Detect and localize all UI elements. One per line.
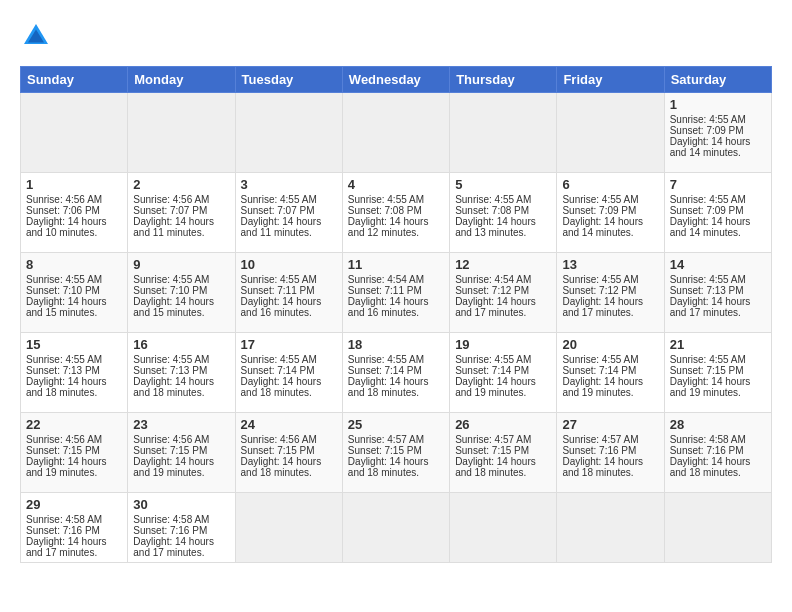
sunset-text: Sunset: 7:11 PM: [348, 285, 422, 296]
calendar-cell: 8 Sunrise: 4:55 AM Sunset: 7:10 PM Dayli…: [21, 253, 128, 333]
calendar-week-4: 15 Sunrise: 4:55 AM Sunset: 7:13 PM Dayl…: [21, 333, 772, 413]
sunrise-text: Sunrise: 4:55 AM: [670, 114, 746, 125]
sunset-text: Sunset: 7:15 PM: [670, 365, 744, 376]
sunset-text: Sunset: 7:14 PM: [562, 365, 636, 376]
sunrise-text: Sunrise: 4:56 AM: [26, 434, 102, 445]
daylight-text: Daylight: 14 hours and 17 minutes.: [26, 536, 107, 558]
calendar-cell: 12 Sunrise: 4:54 AM Sunset: 7:12 PM Dayl…: [450, 253, 557, 333]
sunrise-text: Sunrise: 4:58 AM: [26, 514, 102, 525]
calendar-cell: 28 Sunrise: 4:58 AM Sunset: 7:16 PM Dayl…: [664, 413, 771, 493]
calendar-cell: 25 Sunrise: 4:57 AM Sunset: 7:15 PM Dayl…: [342, 413, 449, 493]
day-number: 24: [241, 417, 337, 432]
day-number: 17: [241, 337, 337, 352]
daylight-text: Daylight: 14 hours and 10 minutes.: [26, 216, 107, 238]
daylight-text: Daylight: 14 hours and 14 minutes.: [670, 136, 751, 158]
calendar-cell: [21, 93, 128, 173]
calendar-header-sunday: Sunday: [21, 67, 128, 93]
calendar-cell: 24 Sunrise: 4:56 AM Sunset: 7:15 PM Dayl…: [235, 413, 342, 493]
daylight-text: Daylight: 14 hours and 17 minutes.: [670, 296, 751, 318]
calendar-cell: 27 Sunrise: 4:57 AM Sunset: 7:16 PM Dayl…: [557, 413, 664, 493]
sunset-text: Sunset: 7:13 PM: [26, 365, 100, 376]
page: SundayMondayTuesdayWednesdayThursdayFrid…: [0, 0, 792, 612]
daylight-text: Daylight: 14 hours and 18 minutes.: [26, 376, 107, 398]
sunrise-text: Sunrise: 4:56 AM: [133, 194, 209, 205]
calendar-week-3: 8 Sunrise: 4:55 AM Sunset: 7:10 PM Dayli…: [21, 253, 772, 333]
calendar-cell: [450, 493, 557, 563]
sunrise-text: Sunrise: 4:54 AM: [348, 274, 424, 285]
calendar-cell: [342, 493, 449, 563]
calendar-cell: 21 Sunrise: 4:55 AM Sunset: 7:15 PM Dayl…: [664, 333, 771, 413]
calendar-cell: 17 Sunrise: 4:55 AM Sunset: 7:14 PM Dayl…: [235, 333, 342, 413]
calendar-cell: 30 Sunrise: 4:58 AM Sunset: 7:16 PM Dayl…: [128, 493, 235, 563]
sunset-text: Sunset: 7:12 PM: [455, 285, 529, 296]
day-number: 27: [562, 417, 658, 432]
sunset-text: Sunset: 7:08 PM: [455, 205, 529, 216]
day-number: 2: [133, 177, 229, 192]
daylight-text: Daylight: 14 hours and 18 minutes.: [562, 456, 643, 478]
calendar-cell: 22 Sunrise: 4:56 AM Sunset: 7:15 PM Dayl…: [21, 413, 128, 493]
sunrise-text: Sunrise: 4:55 AM: [26, 274, 102, 285]
day-number: 5: [455, 177, 551, 192]
calendar-week-6: 29 Sunrise: 4:58 AM Sunset: 7:16 PM Dayl…: [21, 493, 772, 563]
calendar-cell: 4 Sunrise: 4:55 AM Sunset: 7:08 PM Dayli…: [342, 173, 449, 253]
day-number: 23: [133, 417, 229, 432]
daylight-text: Daylight: 14 hours and 18 minutes.: [348, 376, 429, 398]
sunset-text: Sunset: 7:16 PM: [133, 525, 207, 536]
day-number: 20: [562, 337, 658, 352]
daylight-text: Daylight: 14 hours and 18 minutes.: [241, 376, 322, 398]
sunrise-text: Sunrise: 4:55 AM: [455, 194, 531, 205]
sunrise-text: Sunrise: 4:56 AM: [26, 194, 102, 205]
logo-icon: [20, 20, 52, 52]
day-number: 6: [562, 177, 658, 192]
daylight-text: Daylight: 14 hours and 19 minutes.: [670, 376, 751, 398]
calendar-header-monday: Monday: [128, 67, 235, 93]
sunset-text: Sunset: 7:14 PM: [348, 365, 422, 376]
calendar-week-2: 1 Sunrise: 4:56 AM Sunset: 7:06 PM Dayli…: [21, 173, 772, 253]
sunset-text: Sunset: 7:16 PM: [670, 445, 744, 456]
daylight-text: Daylight: 14 hours and 18 minutes.: [670, 456, 751, 478]
day-number: 15: [26, 337, 122, 352]
day-number: 1: [670, 97, 766, 112]
calendar-cell: 6 Sunrise: 4:55 AM Sunset: 7:09 PM Dayli…: [557, 173, 664, 253]
daylight-text: Daylight: 14 hours and 15 minutes.: [26, 296, 107, 318]
daylight-text: Daylight: 14 hours and 16 minutes.: [348, 296, 429, 318]
sunset-text: Sunset: 7:13 PM: [670, 285, 744, 296]
day-number: 3: [241, 177, 337, 192]
daylight-text: Daylight: 14 hours and 18 minutes.: [133, 376, 214, 398]
sunrise-text: Sunrise: 4:55 AM: [670, 354, 746, 365]
daylight-text: Daylight: 14 hours and 17 minutes.: [562, 296, 643, 318]
sunrise-text: Sunrise: 4:55 AM: [455, 354, 531, 365]
calendar-cell: 1 Sunrise: 4:56 AM Sunset: 7:06 PM Dayli…: [21, 173, 128, 253]
calendar-cell: 9 Sunrise: 4:55 AM Sunset: 7:10 PM Dayli…: [128, 253, 235, 333]
calendar-cell: 7 Sunrise: 4:55 AM Sunset: 7:09 PM Dayli…: [664, 173, 771, 253]
calendar-cell: 20 Sunrise: 4:55 AM Sunset: 7:14 PM Dayl…: [557, 333, 664, 413]
calendar-header-friday: Friday: [557, 67, 664, 93]
sunset-text: Sunset: 7:15 PM: [133, 445, 207, 456]
sunset-text: Sunset: 7:07 PM: [241, 205, 315, 216]
calendar-cell: 14 Sunrise: 4:55 AM Sunset: 7:13 PM Dayl…: [664, 253, 771, 333]
day-number: 19: [455, 337, 551, 352]
day-number: 21: [670, 337, 766, 352]
sunset-text: Sunset: 7:11 PM: [241, 285, 315, 296]
sunrise-text: Sunrise: 4:55 AM: [133, 274, 209, 285]
calendar-cell: 10 Sunrise: 4:55 AM Sunset: 7:11 PM Dayl…: [235, 253, 342, 333]
day-number: 16: [133, 337, 229, 352]
calendar-header-row: SundayMondayTuesdayWednesdayThursdayFrid…: [21, 67, 772, 93]
calendar-table: SundayMondayTuesdayWednesdayThursdayFrid…: [20, 66, 772, 563]
sunrise-text: Sunrise: 4:58 AM: [670, 434, 746, 445]
day-number: 30: [133, 497, 229, 512]
daylight-text: Daylight: 14 hours and 18 minutes.: [241, 456, 322, 478]
daylight-text: Daylight: 14 hours and 19 minutes.: [562, 376, 643, 398]
day-number: 22: [26, 417, 122, 432]
sunrise-text: Sunrise: 4:55 AM: [241, 354, 317, 365]
day-number: 9: [133, 257, 229, 272]
sunrise-text: Sunrise: 4:54 AM: [455, 274, 531, 285]
sunrise-text: Sunrise: 4:55 AM: [241, 274, 317, 285]
calendar-week-1: 1 Sunrise: 4:55 AM Sunset: 7:09 PM Dayli…: [21, 93, 772, 173]
calendar-cell: 1 Sunrise: 4:55 AM Sunset: 7:09 PM Dayli…: [664, 93, 771, 173]
sunrise-text: Sunrise: 4:55 AM: [670, 274, 746, 285]
daylight-text: Daylight: 14 hours and 18 minutes.: [348, 456, 429, 478]
sunrise-text: Sunrise: 4:55 AM: [241, 194, 317, 205]
calendar-cell: [235, 493, 342, 563]
calendar-cell: [450, 93, 557, 173]
